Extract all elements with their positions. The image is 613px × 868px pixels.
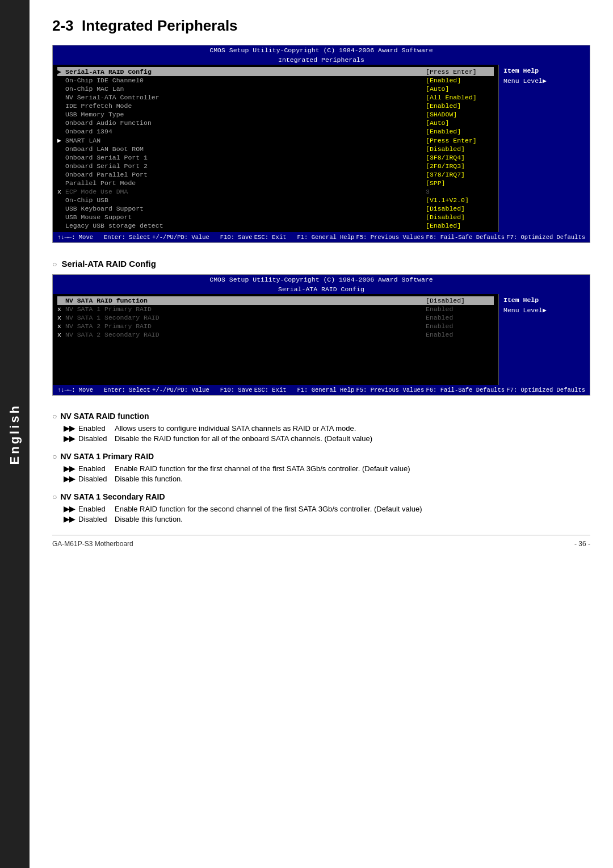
desc1: ○ NV SATA RAID function ▶▶ EnabledAllows…	[52, 412, 590, 443]
bios-label: On-Chip MAC Lan	[65, 85, 426, 93]
desc-item: ▶▶ DisabledDisable this function.	[64, 515, 590, 523]
bios2-left: NV SATA RAID function[Disabled]x NV SATA…	[53, 294, 499, 385]
bios1-item-help-title: Item Help	[503, 67, 585, 74]
bios-label: Onboard 1394	[65, 128, 426, 135]
desc2-title: ○ NV SATA 1 Primary RAID	[52, 452, 590, 461]
desc-item-label-text: Disabled	[78, 515, 107, 523]
bios-value: [Enabled]	[426, 102, 494, 110]
bios-label: Legacy USB storage detect	[65, 222, 426, 229]
bios1-row-16[interactable]: USB Keyboard Support[Disabled]	[57, 204, 494, 213]
bios1-row-2[interactable]: On-Chip MAC Lan[Auto]	[57, 85, 494, 93]
bios1-row-12[interactable]: Onboard Parallel Port[378/IRQ7]	[57, 170, 494, 179]
bios-label: NV Serial-ATA Controller	[65, 94, 426, 101]
subsection1-title-text: Serial-ATA RAID Config	[61, 259, 156, 269]
desc-item-label: ▶▶ Disabled	[64, 475, 115, 483]
bios1-row-18[interactable]: Legacy USB storage detect[Enabled]	[57, 221, 494, 230]
bios2-row-3[interactable]: x NV SATA 2 Primary RAIDEnabled	[57, 322, 494, 330]
bios1-row-5[interactable]: USB Memory Type[SHADOW]	[57, 110, 494, 119]
bios-value: [All Enabled]	[426, 94, 494, 101]
bios1-row-17[interactable]: USB Mouse Support[Disabled]	[57, 213, 494, 221]
bios2-row-1[interactable]: x NV SATA 1 Primary RAIDEnabled	[57, 305, 494, 313]
bios1-row-1[interactable]: On-Chip IDE Channel0[Enabled]	[57, 76, 494, 85]
bios-value: 3	[426, 188, 494, 195]
desc-item-label: ▶▶ Disabled	[64, 434, 115, 443]
bios2-footer-col9: F7: Optimized Defaults	[506, 387, 585, 393]
bios-value: [Disabled]	[426, 213, 494, 221]
bios-label: IDE Prefetch Mode	[65, 102, 426, 110]
bios1-row-9[interactable]: OnBoard LAN Boot ROM[Disabled]	[57, 145, 494, 153]
bios1-row-13[interactable]: Parallel Port Mode[SPP]	[57, 179, 494, 187]
bios1-row-8[interactable]: ▶ SMART LAN[Press Enter]	[57, 136, 494, 145]
bios-value: [Disabled]	[426, 205, 494, 212]
bios1-footer-col8: F6: Fail-Safe Defaults	[426, 234, 505, 241]
bios-label: ECP Mode Use DMA	[65, 188, 426, 195]
bios-label: USB Mouse Support	[65, 213, 426, 221]
bios-value: [Auto]	[426, 119, 494, 127]
bios1-row-15[interactable]: On-Chip USB[V1.1+V2.0]	[57, 196, 494, 204]
bios-label: Onboard Parallel Port	[65, 171, 426, 178]
bios2-footer-col5: ESC: Exit F1: General Help	[254, 387, 354, 393]
bios-value: [Disabled]	[426, 297, 494, 304]
footer-right: - 36 -	[574, 540, 590, 548]
desc-item-text: Disable this function.	[115, 475, 590, 483]
bios-label: Onboard Serial Port 1	[65, 154, 426, 161]
bios-label: NV SATA 1 Primary RAID	[65, 305, 426, 313]
desc1-list: ▶▶ EnabledAllows users to configure indi…	[64, 424, 590, 443]
bios1-row-11[interactable]: Onboard Serial Port 2[2F8/IRQ3]	[57, 162, 494, 170]
desc-item: ▶▶ DisabledDisable the RAID function for…	[64, 434, 590, 443]
bios-value: [2F8/IRQ3]	[426, 162, 494, 170]
bios1-row-4[interactable]: IDE Prefetch Mode[Enabled]	[57, 102, 494, 110]
arrow-bullet: ▶▶	[64, 424, 75, 433]
arrow-bullet: ▶▶	[64, 505, 75, 513]
sidebar-label: English	[7, 404, 22, 464]
desc1-title: ○ NV SATA RAID function	[52, 412, 590, 421]
bios1-row-14[interactable]: x ECP Mode Use DMA3	[57, 187, 494, 196]
desc-item-text: Enable RAID function for the first chann…	[115, 464, 590, 473]
bios1-row-10[interactable]: Onboard Serial Port 1[3F8/IRQ4]	[57, 153, 494, 162]
desc-item-label: ▶▶ Enabled	[64, 505, 115, 513]
bios-value: [SPP]	[426, 179, 494, 187]
sidebar: English	[0, 0, 30, 868]
bios-label: Onboard Audio Function	[65, 119, 426, 127]
bios-integrated-peripherals: CMOS Setup Utility-Copyright (C) 1984-20…	[52, 45, 590, 243]
section-number: 2-3	[52, 17, 74, 34]
bios-value: [Press Enter]	[426, 137, 494, 144]
bios-label: USB Keyboard Support	[65, 205, 426, 212]
arrow-indicator: x	[57, 314, 63, 321]
bios-value: [Press Enter]	[426, 68, 494, 76]
bios2-item-help-title: Item Help	[503, 296, 585, 304]
desc-item-label-text: Enabled	[78, 424, 106, 433]
diamond-icon-desc1: ○	[52, 412, 57, 421]
bios-value: [SHADOW]	[426, 111, 494, 118]
arrow-bullet: ▶▶	[64, 515, 75, 523]
desc-item: ▶▶ DisabledDisable this function.	[64, 475, 590, 483]
bios1-row-7[interactable]: Onboard 1394[Enabled]	[57, 127, 494, 136]
page-footer: GA-M61P-S3 Motherboard - 36 -	[52, 535, 590, 548]
desc2-list: ▶▶ EnabledEnable RAID function for the f…	[64, 464, 590, 483]
arrow-bullet: ▶▶	[64, 434, 75, 443]
page-title: 2-3 Integrated Peripherals	[52, 17, 590, 35]
bios2-row-0[interactable]: NV SATA RAID function[Disabled]	[57, 296, 494, 305]
desc1-title-text: NV SATA RAID function	[60, 412, 149, 421]
desc2-title-text: NV SATA 1 Primary RAID	[60, 452, 154, 461]
bios2-row-4[interactable]: x NV SATA 2 Secondary RAIDEnabled	[57, 330, 494, 339]
bios2-footer-col7: F5: Previous Values	[356, 387, 425, 393]
bios1-row-6[interactable]: Onboard Audio Function[Auto]	[57, 119, 494, 127]
arrow-indicator: ▶	[57, 136, 63, 144]
bios2-row-2[interactable]: x NV SATA 1 Secondary RAIDEnabled	[57, 313, 494, 322]
arrow-bullet: ▶▶	[64, 464, 75, 473]
bios1-row-3[interactable]: NV Serial-ATA Controller[All Enabled]	[57, 93, 494, 102]
diamond-icon-1: ○	[52, 259, 57, 269]
bios2-footer-col8: F6: Fail-Safe Defaults	[426, 387, 505, 393]
arrow-indicator: x	[57, 322, 63, 330]
bios-label: USB Memory Type	[65, 111, 426, 118]
desc3: ○ NV SATA 1 Secondary RAID ▶▶ EnabledEna…	[52, 492, 590, 523]
bios2-right: Item Help Menu Level▶	[499, 294, 590, 385]
bios2-body: NV SATA RAID function[Disabled]x NV SATA…	[53, 294, 590, 385]
bios1-item-help-value: Menu Level▶	[503, 77, 585, 85]
arrow-indicator: ▶	[57, 68, 63, 76]
bios1-footer-col3: +/-/PU/PD: Value F10: Save	[152, 234, 252, 241]
bios1-row-0[interactable]: ▶ Serial-ATA RAID Config[Press Enter]	[57, 67, 494, 76]
bios1-left: ▶ Serial-ATA RAID Config[Press Enter] On…	[53, 65, 499, 232]
desc-item: ▶▶ EnabledEnable RAID function for the f…	[64, 464, 590, 473]
